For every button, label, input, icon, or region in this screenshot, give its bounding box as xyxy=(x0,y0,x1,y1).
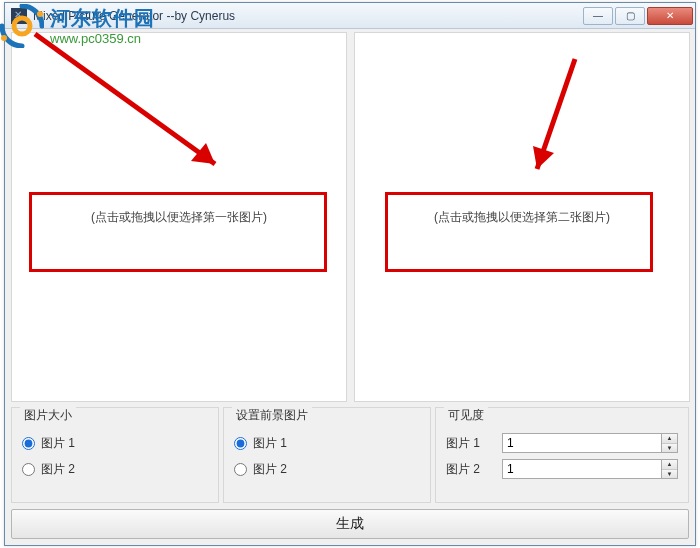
dropzone-image-1[interactable]: (点击或拖拽以便选择第一张图片) xyxy=(11,32,347,402)
close-button[interactable]: ✕ xyxy=(647,7,693,25)
dropzone-2-hint: (点击或拖拽以便选择第二张图片) xyxy=(434,209,610,226)
settings-row: 图片大小 图片 1 图片 2 设置前景图片 图片 1 图片 xyxy=(11,407,689,503)
app-window: Mixed Picture Generator --by Cynerus — ▢… xyxy=(4,2,696,546)
group-size-title: 图片大小 xyxy=(20,407,76,424)
size-radio-1-label: 图片 1 xyxy=(41,435,75,452)
group-foreground-title: 设置前景图片 xyxy=(232,407,312,424)
visibility-2-spinner[interactable]: ▲▼ xyxy=(502,459,678,479)
fg-radio-2-label: 图片 2 xyxy=(253,461,287,478)
app-icon xyxy=(11,8,27,24)
titlebar[interactable]: Mixed Picture Generator --by Cynerus — ▢… xyxy=(5,3,695,29)
size-radio-2[interactable]: 图片 2 xyxy=(22,456,208,482)
fg-radio-2[interactable]: 图片 2 xyxy=(234,456,420,482)
visibility-row-2-label: 图片 2 xyxy=(446,461,496,478)
visibility-row-1-label: 图片 1 xyxy=(446,435,496,452)
group-image-size: 图片大小 图片 1 图片 2 xyxy=(11,407,219,503)
visibility-row-1: 图片 1 ▲▼ xyxy=(446,430,678,456)
client-area: (点击或拖拽以便选择第一张图片) (点击或拖拽以便选择第二张图片) 图片大小 图… xyxy=(5,29,695,545)
size-radio-2-label: 图片 2 xyxy=(41,461,75,478)
fg-radio-1[interactable]: 图片 1 xyxy=(234,430,420,456)
visibility-1-spinbuttons[interactable]: ▲▼ xyxy=(661,434,677,452)
size-radio-1[interactable]: 图片 1 xyxy=(22,430,208,456)
visibility-1-input[interactable] xyxy=(503,434,661,452)
window-controls: — ▢ ✕ xyxy=(583,7,693,25)
visibility-row-2: 图片 2 ▲▼ xyxy=(446,456,678,482)
minimize-button[interactable]: — xyxy=(583,7,613,25)
size-radio-1-input[interactable] xyxy=(22,437,35,450)
group-foreground: 设置前景图片 图片 1 图片 2 xyxy=(223,407,431,503)
window-title: Mixed Picture Generator --by Cynerus xyxy=(33,9,583,23)
visibility-2-spinbuttons[interactable]: ▲▼ xyxy=(661,460,677,478)
generate-button[interactable]: 生成 xyxy=(11,509,689,539)
visibility-1-spinner[interactable]: ▲▼ xyxy=(502,433,678,453)
maximize-button[interactable]: ▢ xyxy=(615,7,645,25)
fg-radio-1-label: 图片 1 xyxy=(253,435,287,452)
dropzone-image-2[interactable]: (点击或拖拽以便选择第二张图片) xyxy=(354,32,690,402)
group-visibility: 可见度 图片 1 ▲▼ 图片 2 ▲▼ xyxy=(435,407,689,503)
visibility-2-input[interactable] xyxy=(503,460,661,478)
group-visibility-title: 可见度 xyxy=(444,407,488,424)
fg-radio-1-input[interactable] xyxy=(234,437,247,450)
fg-radio-2-input[interactable] xyxy=(234,463,247,476)
dropzone-1-hint: (点击或拖拽以便选择第一张图片) xyxy=(91,209,267,226)
generate-button-label: 生成 xyxy=(336,515,364,533)
size-radio-2-input[interactable] xyxy=(22,463,35,476)
